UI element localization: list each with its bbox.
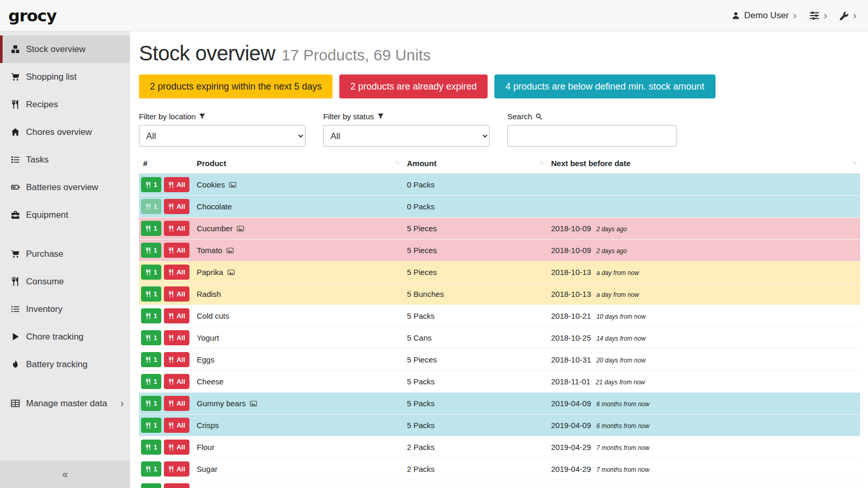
status-filter-select[interactable]: All: [323, 125, 490, 147]
sidebar-item-label: Battery tracking: [26, 359, 87, 370]
consume-one-button[interactable]: 1: [141, 461, 161, 477]
sidebar-item-equipment[interactable]: Equipment: [0, 201, 130, 229]
sidebar-nav: Stock overviewShopping listRecipesChores…: [0, 35, 130, 417]
consume-all-button[interactable]: All: [164, 286, 189, 302]
product-image-icon[interactable]: [226, 247, 234, 254]
consume-all-button[interactable]: All: [164, 243, 189, 258]
consume-one-button[interactable]: 1: [141, 221, 161, 236]
consume-one-button[interactable]: 1: [141, 396, 161, 411]
sidebar-item-purchase[interactable]: Purchase: [0, 240, 130, 268]
actions-cell: 1All: [139, 283, 193, 305]
sidebar-item-label: Chores overview: [26, 127, 92, 137]
consume-one-button[interactable]: 1: [141, 177, 161, 192]
sort-icon[interactable]: ↑↓: [394, 159, 399, 166]
consume-one-label: 1: [154, 268, 157, 276]
consume-all-label: All: [176, 421, 185, 429]
location-filter-label: Filter by location: [139, 112, 196, 121]
sidebar-item-chores-overview[interactable]: Chores overview: [0, 118, 130, 146]
sidebar-item-manage-master-data[interactable]: Manage master data›: [0, 390, 130, 417]
consume-one-button[interactable]: 1: [141, 352, 161, 367]
product-cell: Paprika: [193, 261, 403, 283]
settings-menu[interactable]: ›: [809, 10, 827, 21]
sidebar-collapse-button[interactable]: «: [0, 460, 130, 488]
consume-one-button[interactable]: 1: [141, 286, 161, 302]
toolbox-icon: [9, 210, 21, 219]
sidebar-item-shopping-list[interactable]: Shopping list: [0, 63, 130, 91]
consume-all-button[interactable]: All: [164, 199, 189, 214]
admin-menu[interactable]: ›: [839, 11, 857, 20]
alert-below-min-stock[interactable]: 4 products are below defined min. stock …: [494, 74, 715, 98]
column-header-next-best-before-date[interactable]: Next best before date↑↓: [547, 154, 860, 174]
table-row: 1AllCheese5 Packs2018-11-01 21 days from…: [139, 371, 860, 393]
product-name: Crisps: [197, 421, 219, 430]
consume-all-button[interactable]: All: [164, 483, 189, 488]
consume-one-label: 1: [154, 443, 157, 451]
best-before-cell: 2019-04-29 7 months from now: [547, 436, 860, 458]
consume-all-button[interactable]: All: [164, 221, 189, 236]
consume-one-button[interactable]: 1: [141, 418, 161, 433]
product-name: Tomato: [197, 246, 222, 255]
utensils-icon: [145, 291, 151, 297]
sort-icon[interactable]: ↑↓: [852, 159, 856, 166]
product-image-icon[interactable]: [227, 269, 235, 276]
consume-one-button[interactable]: 1: [141, 308, 161, 323]
consume-all-button[interactable]: All: [164, 461, 189, 477]
product-cell: Cold cuts: [193, 305, 403, 327]
table-row: 1AllFlour2 Packs2019-04-29 7 months from…: [139, 436, 860, 458]
sidebar-item-consume[interactable]: Consume: [0, 268, 130, 295]
consume-one-button[interactable]: 1: [141, 374, 161, 389]
location-filter: Filter by location All: [139, 112, 305, 147]
alert-expiring-soon[interactable]: 2 products expiring within the next 5 da…: [139, 74, 333, 98]
consume-one-button[interactable]: 1: [141, 265, 161, 280]
consume-all-button[interactable]: All: [164, 440, 189, 455]
consume-one-label: 1: [154, 203, 157, 210]
alert-already-expired[interactable]: 2 products are already expired: [339, 74, 488, 98]
actions-cell: 1All: [139, 458, 193, 480]
location-filter-select[interactable]: All: [139, 125, 305, 147]
sidebar-item-tasks[interactable]: Tasks: [0, 146, 130, 173]
consume-one-button[interactable]: 1: [141, 330, 161, 345]
consume-one-button[interactable]: 1: [141, 483, 161, 488]
consume-all-button[interactable]: All: [164, 374, 189, 389]
consume-all-button[interactable]: All: [164, 308, 189, 323]
date-relative-note: 2 days ago: [596, 247, 627, 255]
best-before-cell: 2018-10-13 a day from now: [547, 261, 860, 283]
column-header-product[interactable]: Product↑↓: [193, 154, 403, 174]
consume-all-button[interactable]: All: [164, 352, 189, 367]
sidebar-item-label: Inventory: [26, 304, 62, 315]
best-before-cell: 2018-11-01 21 days from now: [547, 371, 860, 393]
consume-all-button[interactable]: All: [164, 330, 189, 345]
consume-all-button[interactable]: All: [164, 265, 189, 280]
sidebar-item-stock-overview[interactable]: Stock overview: [0, 35, 130, 63]
product-name: Paprika: [197, 268, 223, 277]
consume-one-button[interactable]: 1: [141, 243, 161, 258]
chevron-right-icon: ›: [120, 397, 124, 409]
sidebar-item-recipes[interactable]: Recipes: [0, 91, 130, 118]
table-header-row: #Product↑↓Amount↑↓Next best before date↑…: [139, 154, 860, 174]
amount-cell: 5 Packs: [403, 393, 547, 415]
user-menu[interactable]: Demo User ›: [732, 10, 797, 21]
utensils-icon: [168, 204, 174, 210]
sidebar-item-battery-tracking[interactable]: Battery tracking: [0, 351, 130, 378]
consume-all-button[interactable]: All: [164, 418, 189, 433]
consume-all-button[interactable]: All: [164, 177, 189, 192]
consume-one-button[interactable]: 1: [141, 199, 161, 214]
consume-all-label: All: [176, 356, 185, 364]
consume-all-button[interactable]: All: [164, 396, 189, 411]
search-input[interactable]: [507, 125, 676, 147]
column-header-amount[interactable]: Amount↑↓: [403, 154, 547, 174]
product-image-icon[interactable]: [250, 400, 257, 407]
utensils-icon: [168, 291, 174, 297]
consume-one-button[interactable]: 1: [141, 440, 161, 455]
utensils-icon: [168, 269, 174, 276]
product-image-icon[interactable]: [229, 181, 236, 189]
sidebar-item-inventory[interactable]: Inventory: [0, 295, 130, 323]
product-name: Cheese: [197, 377, 224, 386]
product-image-icon[interactable]: [237, 225, 244, 232]
sidebar-item-chore-tracking[interactable]: Chore tracking: [0, 323, 130, 351]
consume-all-label: All: [176, 268, 185, 276]
sidebar-item-batteries-overview[interactable]: Batteries overview: [0, 173, 130, 201]
sort-icon[interactable]: ↑↓: [539, 159, 543, 166]
best-before-cell: 2018-10-09 2 days ago: [547, 240, 860, 261]
best-before-cell: [547, 174, 860, 196]
